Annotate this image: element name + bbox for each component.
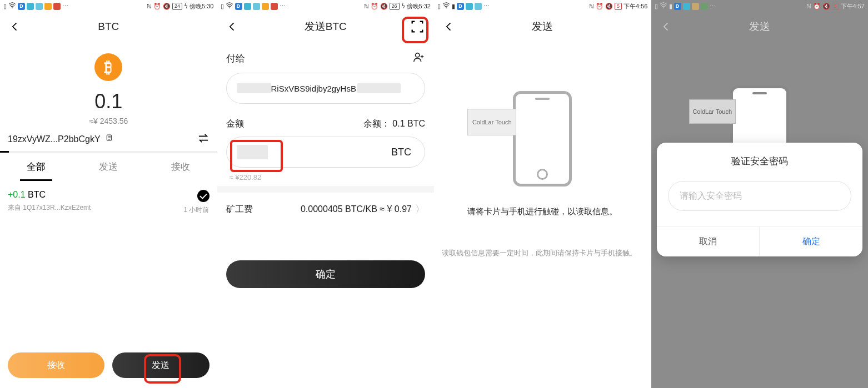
mute-icon: 🔇: [163, 3, 171, 10]
app-icon: D: [457, 3, 464, 10]
balance-amount: 0.1: [94, 90, 122, 113]
alarm-icon: ⏰: [596, 3, 603, 10]
tab-receive[interactable]: 接收: [144, 153, 217, 181]
navbar: 发送: [651, 12, 869, 41]
recipient-visible-part: RiSxVBS9idjby2gyHsB: [271, 84, 356, 93]
svg-point-0: [12, 7, 13, 8]
send-button[interactable]: 发送: [112, 352, 209, 378]
app-icon: [466, 3, 473, 10]
password-input[interactable]: 请输入安全密码: [668, 181, 852, 211]
amount-label: 金额: [226, 118, 244, 130]
mute-icon: 🔇: [822, 3, 830, 10]
available-balance: 余额： 0.1 BTC: [363, 118, 425, 130]
tx-row[interactable]: +0.1 BTC 来自 1Q17x13R...KzxE2emt 1 小时前: [0, 181, 217, 221]
tab-all[interactable]: 全部: [0, 153, 72, 181]
app-icon: [253, 3, 260, 10]
svg-point-3: [416, 53, 420, 57]
pairing-instruction: 请将卡片与手机进行触碰，以读取信息。: [467, 206, 617, 217]
wallet-address: 19zxVyWZ...P2bbCgkY: [8, 134, 101, 144]
tx-amount: +0.1 BTC: [8, 190, 209, 200]
wifi-icon: [660, 2, 667, 10]
alarm-icon: ⏰: [371, 3, 378, 10]
card-illustration: ColdLar Touch: [689, 99, 736, 124]
balance-fiat: ≈¥ 2453.56: [89, 117, 128, 125]
tab-send[interactable]: 发送: [72, 153, 144, 181]
sim-icon: ▯: [221, 3, 224, 10]
page-title: 发送: [532, 19, 553, 34]
dialog-title: 验证安全密码: [657, 155, 863, 168]
password-placeholder: 请输入安全密码: [680, 190, 742, 202]
nfc-icon: ℕ: [364, 3, 369, 10]
amount-input[interactable]: BTC: [226, 137, 426, 168]
dialog-ok-button[interactable]: 确定: [759, 227, 862, 256]
page-title: 发送: [749, 19, 770, 34]
app-icon: [271, 3, 278, 10]
app-icon: D: [674, 3, 681, 10]
dialog-cancel-button[interactable]: 取消: [657, 227, 760, 256]
contacts-icon[interactable]: [413, 51, 425, 66]
battery-level: 5: [832, 3, 839, 10]
more-icon: ⋯: [280, 3, 286, 10]
redacted-text: [237, 83, 271, 93]
tx-status-confirmed-icon: [197, 190, 209, 202]
charging-icon: ϟ: [184, 3, 188, 10]
receive-button[interactable]: 接收: [8, 352, 104, 378]
wifi-icon: [8, 2, 16, 10]
app-icon: D: [18, 3, 25, 10]
security-password-dialog: 验证安全密码 请输入安全密码 取消 确定: [657, 143, 863, 256]
more-icon: ⋯: [483, 3, 490, 10]
fee-value: 0.0000405 BTC/KB ≈ ¥ 0.97: [301, 204, 412, 214]
app-icon: [701, 3, 708, 10]
battery-level: 26: [390, 3, 400, 10]
clock-text: 下午4:56: [623, 2, 647, 11]
status-bar: ▯ ▮ D ⋯ ℕ ⏰ 🔇 5 下午4:57: [651, 0, 869, 12]
app-icon: [262, 3, 269, 10]
back-button[interactable]: [657, 17, 676, 36]
app-icon: [683, 3, 690, 10]
amount-fiat-estimate: ≈ ¥220.82: [230, 173, 435, 182]
swap-icon[interactable]: [197, 133, 209, 145]
chevron-right-icon: 〉: [415, 203, 425, 216]
miner-fee-row[interactable]: 矿工费 0.0000405 BTC/KB ≈ ¥ 0.97 〉: [217, 193, 435, 226]
fee-label: 矿工费: [226, 204, 253, 215]
svg-point-5: [663, 7, 664, 8]
sim-icon: ▯: [437, 3, 441, 10]
battery-level: 5: [615, 3, 622, 10]
svg-point-4: [446, 7, 447, 8]
status-bar: ▯ D ⋯ ℕ ⏰ 🔇 24 ϟ 傍晚5:30: [0, 0, 217, 12]
sim-icon: ▯: [3, 3, 7, 10]
confirm-button[interactable]: 确定: [226, 260, 426, 288]
charging-icon: ϟ: [401, 3, 405, 10]
app-icon: [44, 3, 52, 10]
pairing-note: 读取钱包信息需要一定时间，此期间请保持卡片与手机接触。: [442, 248, 643, 259]
mute-icon: 🔇: [380, 3, 388, 10]
btc-coin-icon: ₿: [94, 53, 122, 81]
card-illustration: ColdLar Touch: [467, 109, 516, 135]
nfc-icon: ℕ: [147, 3, 152, 10]
scan-qr-button[interactable]: [406, 16, 428, 38]
app-icon: [244, 3, 251, 10]
status-bar: ▯ D ⋯ ℕ ⏰ 🔇 26 ϟ 傍晚5:32: [217, 0, 435, 12]
navbar: 发送: [434, 12, 651, 41]
copy-icon[interactable]: [105, 134, 114, 145]
recipient-address-input[interactable]: RiSxVBS9idjby2gyHsB: [226, 73, 426, 104]
clock-text: 傍晚5:32: [407, 2, 431, 11]
nfc-icon: ℕ: [806, 3, 811, 10]
battery-icon: ▮: [452, 3, 455, 10]
amount-unit: BTC: [391, 147, 411, 158]
navbar: BTC: [0, 12, 217, 41]
alarm-icon: ⏰: [813, 3, 821, 10]
svg-point-2: [229, 7, 230, 8]
back-button[interactable]: [440, 17, 458, 36]
back-button[interactable]: [6, 17, 24, 36]
more-icon: ⋯: [62, 3, 68, 10]
tx-tabs: 全部 发送 接收: [0, 153, 217, 181]
pay-to-label: 付给: [226, 52, 245, 65]
wifi-icon: [442, 2, 450, 10]
app-icon: [27, 3, 34, 10]
more-icon: ⋯: [710, 3, 716, 10]
app-icon: [36, 3, 43, 10]
phone-illustration: [513, 91, 572, 187]
back-button[interactable]: [223, 17, 242, 36]
app-icon: D: [235, 3, 242, 10]
